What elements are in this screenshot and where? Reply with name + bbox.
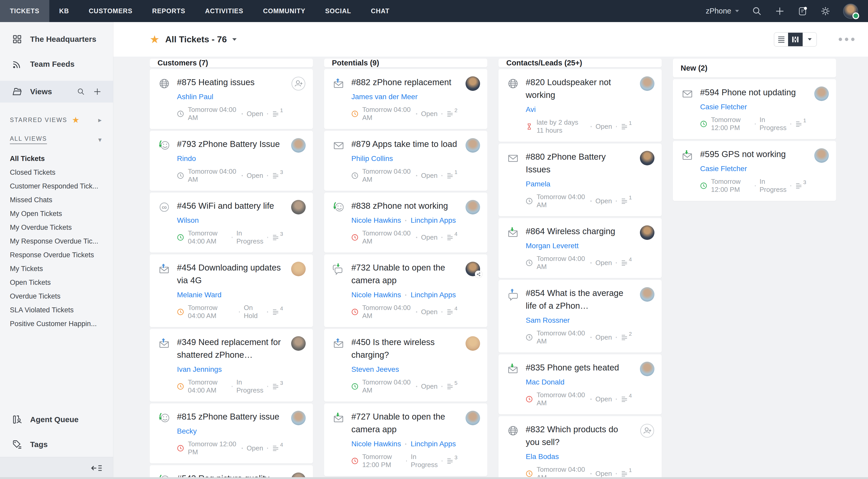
ticket-requester[interactable]: Pamela [526, 180, 550, 188]
ticket-title[interactable]: #349 Need replacement for shattered zPho… [177, 336, 283, 361]
search-icon[interactable] [752, 6, 762, 17]
ticket-account[interactable]: Linchpin Apps [410, 216, 456, 224]
sidebar-view-item-positive-happiness[interactable]: Positive Customer Happin... [10, 317, 113, 331]
sidebar-item-team-feeds[interactable]: Team Feeds [0, 52, 113, 77]
views-search-icon[interactable] [77, 88, 85, 96]
ticket-requester[interactable]: Casie Fletcher [700, 103, 747, 111]
add-contact-icon[interactable] [291, 76, 306, 91]
avatar[interactable] [640, 76, 654, 91]
avatar[interactable] [291, 138, 306, 153]
avatar[interactable] [640, 287, 654, 302]
ticket-card[interactable]: #454 Downloading updates via 4G Melanie … [150, 255, 313, 327]
ticket-card[interactable]: #838 zPhone not working Nicole Hawkins L… [324, 192, 487, 252]
ticket-requester[interactable]: Melanie Ward [177, 291, 222, 299]
ticket-requester[interactable]: Wilson [177, 216, 199, 224]
ticket-card[interactable]: #349 Need replacement for shattered zPho… [150, 329, 313, 401]
nav-tab-reports[interactable]: REPORTS [142, 0, 195, 22]
gear-icon[interactable] [820, 6, 831, 17]
ticket-card[interactable]: #727 Unable to open the camera app Nicol… [324, 403, 487, 476]
add-contact-icon[interactable] [640, 423, 654, 438]
more-options-button[interactable] [839, 38, 855, 41]
ticket-card[interactable]: #456 WiFi and battery life Wilson Tomorr… [150, 192, 313, 252]
ticket-requester[interactable]: Sam Rossner [526, 316, 570, 325]
ticket-title[interactable]: #879 Apps take time to load [351, 138, 457, 150]
avatar[interactable] [466, 200, 480, 214]
ticket-title[interactable]: #595 GPS not working [700, 148, 806, 160]
ticket-card[interactable]: #835 Phone gets heated Mac Donald Tomorr… [498, 354, 662, 414]
ticket-title[interactable]: #793 zPhone Battery Issue [177, 138, 283, 150]
nav-tab-customers[interactable]: CUSTOMERS [79, 0, 142, 22]
ticket-card[interactable]: #815 zPhone Battery issue Becky Tomorrow… [150, 403, 313, 463]
ticket-requester[interactable]: Ela Bodas [526, 452, 559, 461]
sidebar-view-item-my-response-overdue[interactable]: My Response Overdue Tic... [10, 234, 113, 248]
ticket-card[interactable]: #875 Heating issues Ashlin Paul Tomorrow… [150, 69, 313, 129]
ticket-title[interactable]: #727 Unable to open the camera app [351, 410, 457, 436]
ticket-requester[interactable]: Steven Jeeves [351, 365, 399, 373]
ticket-title[interactable]: #832 Which products do you sell? [526, 423, 631, 448]
sidebar-view-item-my-open-tickets[interactable]: My Open Tickets [10, 207, 113, 221]
horizontal-scrollbar[interactable] [0, 477, 868, 479]
avatar[interactable] [466, 411, 480, 425]
ticket-requester[interactable]: Ivan Jennings [177, 365, 222, 373]
ticket-requester[interactable]: James van der Meer [351, 93, 417, 101]
avatar[interactable] [814, 148, 829, 163]
starred-view-icon[interactable]: ★ [150, 34, 160, 45]
ticket-card[interactable]: #854 What is the average life of a zPhon… [498, 280, 662, 353]
ticket-title[interactable]: #838 zPhone not working [351, 200, 457, 212]
ticket-title[interactable]: #875 Heating issues [177, 76, 283, 89]
ticket-account[interactable]: Linchpin Apps [410, 291, 456, 299]
ticket-requester[interactable]: Nicole Hawkins [351, 440, 401, 448]
ticket-title[interactable]: #835 Phone gets heated [526, 361, 631, 374]
ticket-card[interactable]: #880 zPhone Battery Issues Pamela Tomorr… [498, 144, 662, 216]
avatar[interactable] [640, 151, 654, 166]
ticket-title[interactable]: #820 Loudspeaker not working [526, 76, 631, 101]
sidebar-view-item-my-overdue-tickets[interactable]: My Overdue Tickets [10, 221, 113, 234]
ticket-requester[interactable]: Avi [526, 106, 535, 114]
sidebar-view-item-missed-chats[interactable]: Missed Chats [10, 193, 113, 207]
add-icon[interactable] [775, 6, 785, 17]
ticket-requester[interactable]: Ashlin Paul [177, 93, 213, 101]
sidebar-view-item-all-tickets[interactable]: All Tickets [10, 152, 113, 166]
avatar[interactable] [466, 336, 480, 351]
department-selector[interactable]: zPhone [706, 7, 739, 15]
ticket-card[interactable]: #879 Apps take time to load Philip Colli… [324, 131, 487, 191]
view-options-button[interactable] [803, 33, 816, 46]
sidebar-view-item-open-tickets[interactable]: Open Tickets [10, 276, 113, 290]
page-title[interactable]: All Tickets - 76 [165, 34, 227, 44]
sidebar-view-item-my-tickets[interactable]: My Tickets [10, 262, 113, 276]
nav-tab-activities[interactable]: ACTIVITIES [195, 0, 253, 22]
activity-feed-icon[interactable] [798, 6, 808, 17]
nav-tab-chat[interactable]: CHAT [361, 0, 399, 22]
avatar[interactable] [640, 226, 654, 240]
nav-tab-kb[interactable]: KB [49, 0, 79, 22]
avatar[interactable] [466, 262, 480, 276]
nav-tab-tickets[interactable]: TICKETS [0, 0, 49, 22]
user-avatar[interactable] [843, 4, 858, 19]
ticket-card[interactable]: #450 Is there wireless charging? Steven … [324, 329, 487, 401]
avatar[interactable] [466, 76, 480, 91]
sidebar-item-headquarters[interactable]: The Headquarters [0, 27, 113, 52]
sidebar-view-item-overdue-tickets[interactable]: Overdue Tickets [10, 290, 113, 303]
chevron-down-icon[interactable] [232, 38, 237, 41]
ticket-requester[interactable]: Nicole Hawkins [351, 216, 401, 224]
avatar[interactable] [640, 362, 654, 376]
ticket-title[interactable]: #880 zPhone Battery Issues [526, 150, 631, 176]
ticket-requester[interactable]: Mac Donald [526, 378, 564, 386]
sidebar-view-item-customer-responded[interactable]: Customer Responded Tick... [10, 179, 113, 193]
ticket-card[interactable]: #820 Loudspeaker not working Avi late by… [498, 69, 662, 142]
sidebar-view-item-closed-tickets[interactable]: Closed Tickets [10, 166, 113, 179]
ticket-title[interactable]: #854 What is the average life of a zPhon… [526, 287, 631, 312]
ticket-card[interactable]: #594 Phone not updating Casie Fletcher T… [673, 79, 836, 139]
ticket-title[interactable]: #450 Is there wireless charging? [351, 336, 457, 361]
ticket-title[interactable]: #456 WiFi and battery life [177, 200, 283, 212]
ticket-title[interactable]: #815 zPhone Battery issue [177, 410, 283, 423]
all-views-header[interactable]: ALL VIEWS ▾ [0, 131, 113, 148]
sidebar-view-item-sla-violated[interactable]: SLA Violated Tickets [10, 303, 113, 317]
sidebar-item-views[interactable]: Views [0, 81, 113, 102]
starred-views-header[interactable]: STARRED VIEWS ★ ▸ [0, 111, 113, 128]
nav-tab-social[interactable]: SOCIAL [315, 0, 361, 22]
sidebar-view-item-response-overdue[interactable]: Response Overdue Tickets [10, 248, 113, 262]
ticket-title[interactable]: #882 zPhone replacement [351, 76, 457, 89]
ticket-requester[interactable]: Casie Fletcher [700, 164, 747, 173]
ticket-requester[interactable]: Rindo [177, 154, 196, 163]
